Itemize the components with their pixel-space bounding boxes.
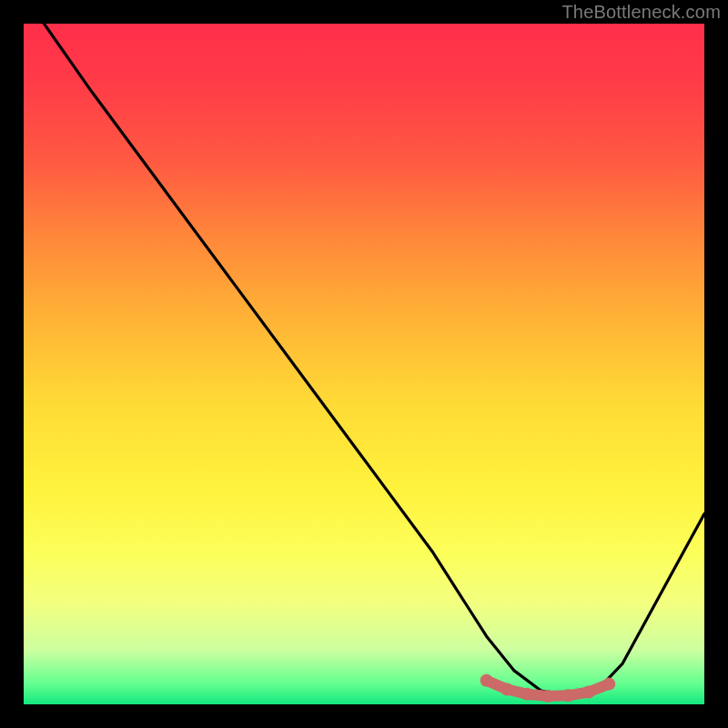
- chart-svg: [24, 24, 704, 704]
- optimal-dot: [561, 689, 574, 702]
- optimal-dot: [602, 678, 615, 691]
- plot-area: [24, 24, 704, 704]
- optimal-dot: [582, 686, 595, 699]
- bottleneck-curve-line: [44, 24, 704, 696]
- watermark-text: TheBottleneck.com: [561, 2, 721, 23]
- optimal-dot: [500, 683, 513, 696]
- optimal-dot: [541, 690, 554, 703]
- chart-frame: TheBottleneck.com: [0, 0, 728, 728]
- optimal-dot: [521, 688, 534, 701]
- optimal-dot: [480, 674, 493, 687]
